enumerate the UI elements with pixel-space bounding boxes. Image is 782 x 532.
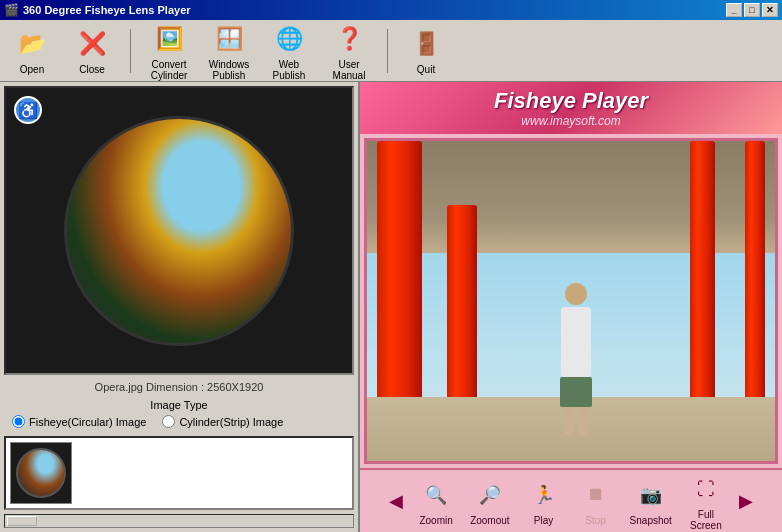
player-title: Fisheye Player [372,88,770,114]
user-manual-label: User Manual [325,59,373,81]
radio-group: Fisheye(Circular) Image Cylinder(Strip) … [12,415,346,428]
play-icon: 🏃 [526,477,562,513]
open-label: Open [20,64,44,75]
player-header: Fisheye Player www.imaysoft.com [360,82,782,134]
close-icon: ❌ [74,26,110,62]
player-url: www.imaysoft.com [372,114,770,128]
person-head [565,283,587,305]
person-legs [551,407,601,435]
player-controls: ◀ 🔍 Zoomin 🔎 Zoomout 🏃 Play ⏹ Stop 📷 Sna… [360,468,782,532]
windows-publish-label: WindowsPublish [209,59,250,81]
close-label: Close [79,64,105,75]
scene-background [367,141,775,461]
person-leg-left [564,407,574,435]
main-content: ♿ Opera.jpg Dimension : 2560X1920 Image … [0,82,782,532]
convert-cylinder-label: ConvertCylinder [151,59,188,81]
web-publish-icon: 🌐 [271,21,307,57]
person-shorts [560,377,592,407]
title-bar-buttons: _ □ ✕ [726,3,778,17]
convert-cylinder-icon: 🖼️ [151,21,187,57]
thumbnail-item[interactable] [10,442,72,504]
snapshot-icon: 📷 [633,477,669,513]
zoomout-button[interactable]: 🔎 Zoomout [464,475,515,528]
stop-label: Stop [585,515,606,526]
file-info: Opera.jpg Dimension : 2560X1920 [4,379,354,395]
fisheye-radio-label: Fisheye(Circular) Image [29,416,146,428]
left-panel: ♿ Opera.jpg Dimension : 2560X1920 Image … [0,82,360,532]
person-figure [551,283,601,403]
snapshot-button[interactable]: 📷 Snapshot [624,475,678,528]
next-arrow-button[interactable]: ▶ [734,483,758,519]
fullscreen-icon: ⛶ [688,471,724,507]
quit-label: Quit [417,64,435,75]
zoomout-label: Zoomout [470,515,509,526]
toolbar-separator-1 [130,29,131,73]
fisheye-radio-option[interactable]: Fisheye(Circular) Image [12,415,146,428]
stop-button[interactable]: ⏹ Stop [572,475,620,528]
title-bar: 🎬 360 Degree Fisheye Lens Player _ □ ✕ [0,0,782,20]
minimize-button[interactable]: _ [726,3,742,17]
user-manual-icon: ❓ [331,21,367,57]
accessibility-icon: ♿ [14,96,42,124]
app-icon: 🎬 [4,3,19,17]
fullscreen-button[interactable]: ⛶ FullScreen [682,469,730,532]
fullscreen-label: FullScreen [690,509,722,531]
web-publish-label: WebPublish [273,59,306,81]
maximize-button[interactable]: □ [744,3,760,17]
close-button[interactable]: ✕ [762,3,778,17]
open-button[interactable]: 📂 Open [6,24,58,77]
zoomin-label: Zoomin [419,515,452,526]
zoomin-icon: 🔍 [418,477,454,513]
scrollbar-thumb[interactable] [7,516,37,526]
toolbar: 📂 Open ❌ Close 🖼️ ConvertCylinder 🪟 Wind… [0,20,782,82]
fisheye-radio[interactable] [12,415,25,428]
person-leg-right [578,407,588,435]
horizontal-scrollbar[interactable] [4,514,354,528]
thumbnail-circle [16,448,66,498]
fisheye-display: ♿ [4,86,354,375]
prev-arrow-button[interactable]: ◀ [384,483,408,519]
zoomin-button[interactable]: 🔍 Zoomin [412,475,460,528]
window-title: 360 Degree Fisheye Lens Player [23,4,191,16]
cylinder-radio[interactable] [162,415,175,428]
cylinder-radio-label: Cylinder(Strip) Image [179,416,283,428]
play-button[interactable]: 🏃 Play [520,475,568,528]
windows-publish-button[interactable]: 🪟 WindowsPublish [203,19,255,83]
user-manual-button[interactable]: ❓ User Manual [323,19,375,83]
convert-cylinder-button[interactable]: 🖼️ ConvertCylinder [143,19,195,83]
quit-button[interactable]: 🚪 Quit [400,24,452,77]
fisheye-circle [64,116,294,346]
player-viewport [364,138,778,464]
title-bar-left: 🎬 360 Degree Fisheye Lens Player [4,3,191,17]
right-panel: Fisheye Player www.imaysoft.com [360,82,782,532]
open-icon: 📂 [14,26,50,62]
quit-icon: 🚪 [408,26,444,62]
toolbar-separator-2 [387,29,388,73]
close-button[interactable]: ❌ Close [66,24,118,77]
image-type-section: Image Type Fisheye(Circular) Image Cylin… [4,395,354,432]
windows-publish-icon: 🪟 [211,21,247,57]
image-type-label: Image Type [12,399,346,411]
play-label: Play [534,515,553,526]
person-body [561,307,591,377]
thumbnail-strip[interactable] [4,436,354,510]
web-publish-button[interactable]: 🌐 WebPublish [263,19,315,83]
zoomout-icon: 🔎 [472,477,508,513]
stop-icon: ⏹ [578,477,614,513]
snapshot-label: Snapshot [630,515,672,526]
cylinder-radio-option[interactable]: Cylinder(Strip) Image [162,415,283,428]
